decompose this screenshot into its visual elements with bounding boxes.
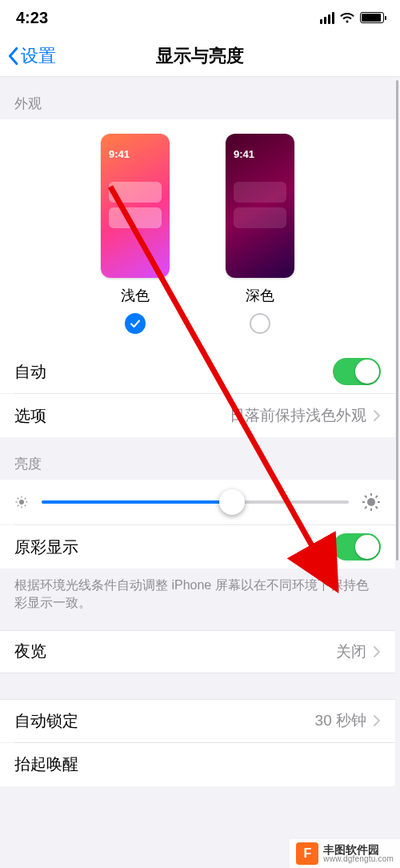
cellular-signal-icon [320, 12, 334, 24]
row-truetone-label: 原彩显示 [14, 536, 333, 558]
svg-line-15 [376, 507, 378, 509]
radio-light[interactable] [125, 313, 146, 334]
group-header-brightness: 亮度 [0, 437, 395, 480]
scroll-area[interactable]: 外观 9:41 浅色 9:41 深色 自动 选项 日落前保持浅色外观 [0, 77, 395, 868]
row-brightness-slider [0, 480, 395, 524]
svg-line-14 [365, 496, 367, 498]
row-autolock-label: 自动锁定 [14, 710, 315, 732]
svg-line-17 [365, 507, 367, 509]
wifi-icon [339, 12, 355, 23]
slider-thumb[interactable] [219, 489, 245, 515]
chevron-right-icon [373, 714, 381, 727]
row-nightshift-label: 夜览 [14, 641, 336, 662]
appearance-selector: 9:41 浅色 9:41 深色 [0, 119, 395, 350]
status-time: 4:23 [16, 9, 48, 27]
svg-line-8 [18, 505, 19, 507]
back-label: 设置 [21, 44, 56, 68]
scrollbar[interactable] [396, 80, 398, 561]
toggle-truetone[interactable] [333, 533, 381, 561]
watermark: F 丰图软件园 www.dgfengtu.com [290, 839, 400, 868]
row-auto-label: 自动 [14, 361, 333, 383]
row-raise-to-wake: 抬起唤醒 [0, 743, 395, 786]
appearance-light-label: 浅色 [121, 286, 150, 305]
nav-header: 设置 显示与亮度 [0, 35, 400, 77]
row-truetone: 原彩显示 [0, 525, 395, 569]
row-nightshift[interactable]: 夜览 关闭 [0, 630, 395, 673]
appearance-option-light[interactable]: 9:41 浅色 [101, 134, 170, 334]
appearance-dark-label: 深色 [246, 286, 274, 305]
row-nightshift-value: 关闭 [336, 641, 366, 662]
preview-time: 9:41 [109, 148, 130, 160]
row-auto: 自动 [0, 350, 395, 393]
watermark-url: www.dgfengtu.com [323, 855, 394, 863]
check-icon [129, 317, 142, 330]
truetone-footer: 根据环境光线条件自动调整 iPhone 屏幕以在不同环境下保持色彩显示一致。 [0, 569, 395, 630]
watermark-name: 丰图软件园 [323, 844, 394, 855]
svg-line-6 [25, 505, 26, 507]
chevron-left-icon [6, 46, 19, 66]
row-options[interactable]: 选项 日落前保持浅色外观 [0, 394, 395, 437]
page-title: 显示与亮度 [0, 44, 400, 68]
row-raise-label: 抬起唤醒 [14, 753, 381, 775]
row-autolock-value: 30 秒钟 [315, 710, 366, 731]
svg-line-16 [376, 496, 378, 498]
sun-large-icon [362, 492, 381, 512]
group-header-appearance: 外观 [0, 77, 395, 119]
sun-small-icon [14, 495, 29, 509]
preview-dark: 9:41 [226, 134, 294, 278]
status-bar: 4:23 [0, 0, 400, 35]
svg-line-5 [18, 498, 19, 500]
toggle-auto[interactable] [333, 358, 381, 385]
svg-line-7 [25, 498, 26, 500]
status-right [320, 12, 384, 24]
appearance-option-dark[interactable]: 9:41 深色 [226, 134, 294, 334]
radio-dark[interactable] [250, 313, 270, 334]
chevron-right-icon [373, 409, 381, 422]
battery-icon [360, 12, 384, 23]
svg-point-9 [367, 498, 375, 506]
watermark-icon: F [296, 842, 318, 865]
preview-light: 9:41 [101, 134, 170, 278]
row-options-label: 选项 [14, 405, 230, 427]
brightness-slider[interactable] [42, 500, 349, 504]
row-autolock[interactable]: 自动锁定 30 秒钟 [0, 699, 395, 742]
row-options-value: 日落前保持浅色外观 [230, 405, 366, 426]
preview-time: 9:41 [234, 148, 254, 160]
chevron-right-icon [373, 645, 381, 658]
back-button[interactable]: 设置 [0, 44, 56, 68]
svg-point-0 [19, 500, 24, 504]
